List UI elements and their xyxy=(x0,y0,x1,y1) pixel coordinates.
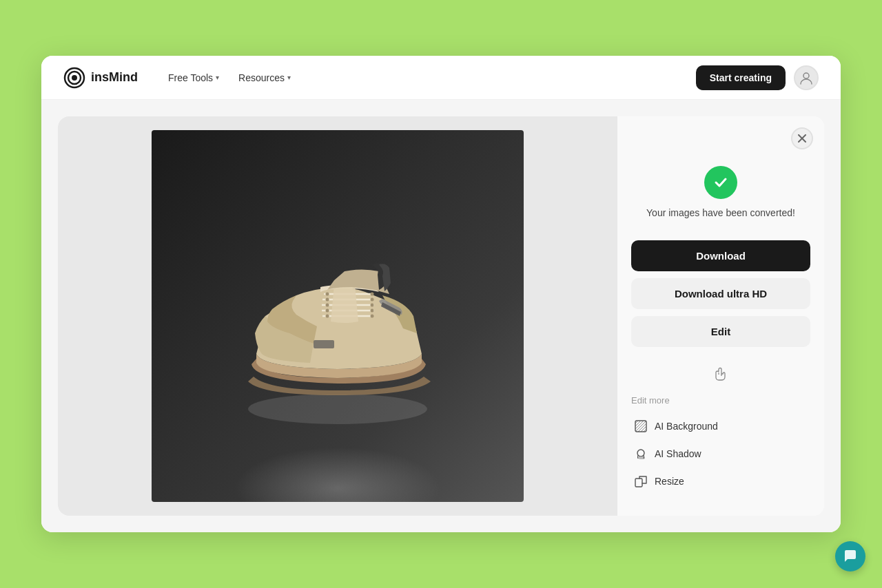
navbar: insMind Free Tools ▾ Resources ▾ Start c… xyxy=(41,56,841,100)
resize-item[interactable]: Resize xyxy=(631,469,810,494)
nav-resources[interactable]: Resources ▾ xyxy=(230,67,299,89)
svg-point-15 xyxy=(371,293,374,296)
svg-point-18 xyxy=(371,309,374,313)
ai-shadow-item[interactable]: AI Shadow xyxy=(631,441,810,466)
nav-actions: Start creating xyxy=(696,65,819,90)
svg-rect-28 xyxy=(635,479,642,487)
avatar[interactable] xyxy=(794,65,819,90)
ai-background-label: AI Background xyxy=(655,421,718,432)
main-content: Your images have been converted! Downloa… xyxy=(41,100,841,532)
svg-point-14 xyxy=(326,315,329,318)
chat-icon xyxy=(843,549,858,564)
grab-icon xyxy=(713,366,728,381)
spotlight xyxy=(234,447,441,502)
svg-point-3 xyxy=(803,73,809,78)
svg-point-26 xyxy=(637,450,644,456)
svg-point-2 xyxy=(72,75,77,81)
chat-bubble-button[interactable] xyxy=(835,541,865,571)
svg-point-16 xyxy=(371,298,374,302)
resize-icon xyxy=(634,474,648,488)
workspace: Your images have been converted! Downloa… xyxy=(58,116,824,516)
close-icon xyxy=(798,134,806,143)
action-buttons: Download Download ultra HD Edit xyxy=(631,240,810,347)
logo-icon xyxy=(63,67,85,89)
svg-point-17 xyxy=(371,304,374,307)
svg-point-12 xyxy=(326,304,329,307)
image-area xyxy=(58,116,617,516)
svg-rect-20 xyxy=(314,340,334,348)
logo-text: insMind xyxy=(91,70,138,85)
success-icon xyxy=(704,166,737,199)
drag-icon xyxy=(631,366,810,381)
svg-point-11 xyxy=(326,298,329,302)
user-icon xyxy=(799,70,814,85)
resize-label: Resize xyxy=(655,476,684,487)
success-message: Your images have been converted! xyxy=(646,207,795,218)
start-creating-button[interactable]: Start creating xyxy=(696,65,786,90)
browser-window: insMind Free Tools ▾ Resources ▾ Start c… xyxy=(41,56,841,532)
edit-more-section: Edit more AI Background xyxy=(631,395,810,494)
download-button[interactable]: Download xyxy=(631,240,810,271)
ai-shadow-label: AI Shadow xyxy=(655,448,701,459)
product-image xyxy=(152,130,524,502)
close-button[interactable] xyxy=(791,127,813,149)
shoe-image xyxy=(207,206,469,426)
edit-button[interactable]: Edit xyxy=(631,316,810,347)
svg-point-13 xyxy=(326,309,329,313)
svg-point-4 xyxy=(248,394,427,424)
svg-point-19 xyxy=(371,315,374,318)
svg-point-10 xyxy=(326,293,329,296)
ai-background-item[interactable]: AI Background xyxy=(631,414,810,439)
edit-more-label: Edit more xyxy=(631,395,810,406)
chevron-down-icon: ▾ xyxy=(216,74,219,81)
chevron-down-icon: ▾ xyxy=(287,74,291,81)
success-section: Your images have been converted! xyxy=(631,133,810,240)
edit-more-items: AI Background AI Sh xyxy=(631,414,810,494)
nav-links: Free Tools ▾ Resources ▾ xyxy=(160,67,696,89)
ai-background-icon xyxy=(634,419,648,433)
logo[interactable]: insMind xyxy=(63,67,138,89)
right-panel: Your images have been converted! Downloa… xyxy=(617,116,824,516)
nav-free-tools[interactable]: Free Tools ▾ xyxy=(160,67,227,89)
checkmark-icon xyxy=(712,174,729,191)
ai-shadow-icon xyxy=(634,447,648,461)
download-ultra-hd-button[interactable]: Download ultra HD xyxy=(631,278,810,309)
